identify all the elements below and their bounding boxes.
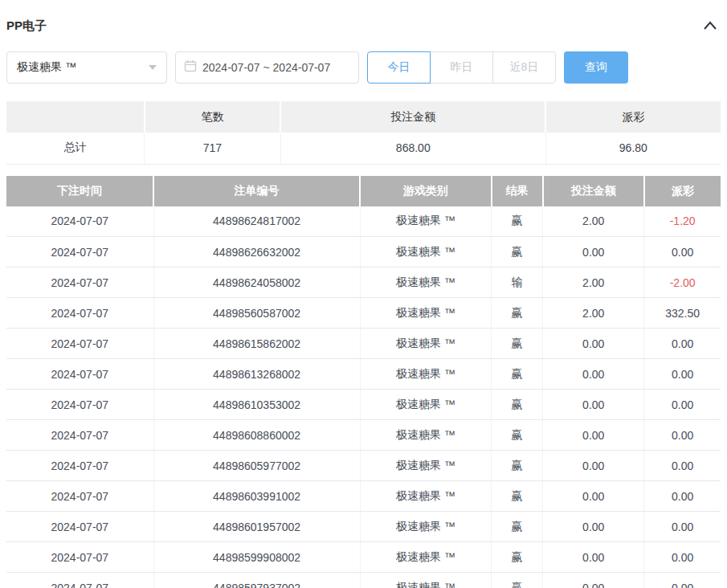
- cell-payout: 0.00: [644, 512, 721, 542]
- summary-total-payout: 96.80: [545, 133, 721, 164]
- cell-bet-date: 2024-07-07: [6, 298, 153, 329]
- summary-total-count: 717: [145, 133, 281, 164]
- cell-game-name: 极速糖果 ™: [360, 206, 492, 237]
- cell-payout: 0.00: [644, 451, 721, 481]
- cell-result: 赢: [492, 390, 543, 420]
- table-row: 2024-07-07 44898626632002 极速糖果 ™ 赢 0.00 …: [6, 237, 721, 267]
- cell-bet-date: 2024-07-07: [6, 329, 153, 359]
- cell-bet-date: 2024-07-07: [6, 542, 153, 573]
- cell-bet-amount: 0.00: [543, 573, 644, 588]
- game-select-value: 极速糖果 ™: [17, 60, 76, 75]
- cell-bet-amount: 0.00: [543, 451, 644, 481]
- cell-bet-amount: 0.00: [543, 481, 644, 512]
- pp-electronic-panel: PP电子 极速糖果 ™ 2024-07-07 ~ 2: [0, 0, 727, 588]
- cell-bet-date: 2024-07-07: [6, 420, 153, 451]
- cell-bet-id: 44898624817002: [153, 206, 360, 237]
- cell-game-name: 极速糖果 ™: [360, 420, 492, 451]
- cell-payout: 0.00: [644, 329, 721, 359]
- cell-bet-id: 44898601957002: [153, 512, 360, 542]
- cell-bet-amount: 0.00: [543, 542, 644, 573]
- query-button[interactable]: 查询: [564, 51, 628, 84]
- table-row: 2024-07-07 44898601957002 极速糖果 ™ 赢 0.00 …: [6, 512, 721, 542]
- table-row: 2024-07-07 44898613268002 极速糖果 ™ 赢 0.00 …: [6, 359, 721, 390]
- cell-bet-amount: 0.00: [543, 420, 644, 451]
- cell-payout: 0.00: [644, 359, 721, 390]
- cell-payout: 0.00: [644, 573, 721, 588]
- chevron-down-icon: [149, 65, 157, 70]
- cell-bet-date: 2024-07-07: [6, 573, 153, 588]
- summary-header-row: 笔数 投注金额 派彩: [6, 101, 721, 133]
- cell-game-name: 极速糖果 ™: [360, 359, 492, 390]
- cell-result: 赢: [492, 206, 543, 237]
- cell-game-name: 极速糖果 ™: [360, 481, 492, 512]
- cell-bet-date: 2024-07-07: [6, 481, 153, 512]
- table-row: 2024-07-07 44898605977002 极速糖果 ™ 赢 0.00 …: [6, 451, 721, 481]
- cell-result: 赢: [492, 481, 543, 512]
- header-payout: 派彩: [644, 176, 721, 206]
- cell-bet-date: 2024-07-07: [6, 237, 153, 267]
- cell-result: 赢: [492, 420, 543, 451]
- header-result: 结果: [492, 176, 543, 206]
- summary-header-blank: [6, 101, 145, 133]
- header-bet-id: 注单编号: [153, 176, 360, 206]
- table-row: 2024-07-07 44898597937002 极速糖果 ™ 赢 0.00 …: [6, 573, 721, 588]
- summary-total-row: 总计 717 868.00 96.80: [6, 133, 721, 164]
- quick-button-today[interactable]: 今日: [367, 51, 431, 84]
- cell-bet-id: 44898560587002: [153, 298, 360, 329]
- cell-result: 赢: [492, 451, 543, 481]
- cell-result: 赢: [492, 359, 543, 390]
- cell-payout: 0.00: [644, 390, 721, 420]
- cell-bet-amount: 0.00: [543, 359, 644, 390]
- date-range-input[interactable]: 2024-07-07 ~ 2024-07-07: [175, 51, 359, 84]
- cell-result: 赢: [492, 573, 543, 588]
- cell-bet-amount: 0.00: [543, 390, 644, 420]
- header-game-category: 游戏类别: [360, 176, 492, 206]
- cell-game-name: 极速糖果 ™: [360, 329, 492, 359]
- calendar-icon: [184, 59, 202, 76]
- cell-bet-date: 2024-07-07: [6, 206, 153, 237]
- cell-bet-id: 44898626632002: [153, 237, 360, 267]
- quick-button-yesterday[interactable]: 昨日: [430, 51, 493, 84]
- summary-total-bet-amount: 868.00: [280, 133, 545, 164]
- summary-table: 笔数 投注金额 派彩 总计 717 868.00 96.80: [6, 101, 721, 165]
- filter-bar: 极速糖果 ™ 2024-07-07 ~ 2024-07-07 今日 昨日 近8日…: [6, 51, 721, 84]
- table-row: 2024-07-07 44898599908002 极速糖果 ™ 赢 0.00 …: [6, 542, 721, 573]
- summary-header-bet-amount: 投注金额: [280, 101, 545, 133]
- cell-bet-amount: 2.00: [543, 298, 644, 329]
- cell-payout: 0.00: [644, 542, 721, 573]
- cell-bet-id: 44898608860002: [153, 420, 360, 451]
- cell-payout: -1.20: [644, 206, 721, 237]
- cell-game-name: 极速糖果 ™: [360, 451, 492, 481]
- cell-bet-id: 44898613268002: [153, 359, 360, 390]
- cell-bet-id: 44898605977002: [153, 451, 360, 481]
- cell-payout: -2.00: [644, 267, 721, 298]
- cell-bet-date: 2024-07-07: [6, 451, 153, 481]
- table-row: 2024-07-07 44898624058002 极速糖果 ™ 输 2.00 …: [6, 267, 721, 298]
- cell-bet-id: 44898599908002: [153, 542, 360, 573]
- cell-game-name: 极速糖果 ™: [360, 390, 492, 420]
- panel-header: PP电子: [6, 6, 721, 37]
- cell-game-name: 极速糖果 ™: [360, 542, 492, 573]
- quick-button-last8days[interactable]: 近8日: [492, 51, 556, 84]
- table-body: 2024-07-07 44898624817002 极速糖果 ™ 赢 2.00 …: [6, 206, 721, 588]
- game-select[interactable]: 极速糖果 ™: [6, 51, 167, 84]
- summary-header-payout: 派彩: [545, 101, 721, 133]
- cell-result: 赢: [492, 298, 543, 329]
- table-row: 2024-07-07 44898603991002 极速糖果 ™ 赢 0.00 …: [6, 481, 721, 512]
- cell-game-name: 极速糖果 ™: [360, 298, 492, 329]
- summary-total-label: 总计: [6, 133, 145, 164]
- cell-result: 赢: [492, 329, 543, 359]
- summary-header-count: 笔数: [145, 101, 281, 133]
- table-row: 2024-07-07 44898608860002 极速糖果 ™ 赢 0.00 …: [6, 420, 721, 451]
- cell-result: 赢: [492, 512, 543, 542]
- bet-records-table: 下注时间 注单编号 游戏类别 结果 投注金额 派彩 2024-07-07 448…: [6, 176, 721, 588]
- collapse-button[interactable]: [700, 18, 721, 33]
- cell-bet-date: 2024-07-07: [6, 390, 153, 420]
- cell-bet-date: 2024-07-07: [6, 512, 153, 542]
- table-row: 2024-07-07 44898610353002 极速糖果 ™ 赢 0.00 …: [6, 390, 721, 420]
- cell-game-name: 极速糖果 ™: [360, 573, 492, 588]
- cell-bet-amount: 0.00: [543, 237, 644, 267]
- cell-payout: 332.50: [644, 298, 721, 329]
- quick-date-button-group: 今日 昨日 近8日: [367, 51, 556, 84]
- cell-result: 赢: [492, 237, 543, 267]
